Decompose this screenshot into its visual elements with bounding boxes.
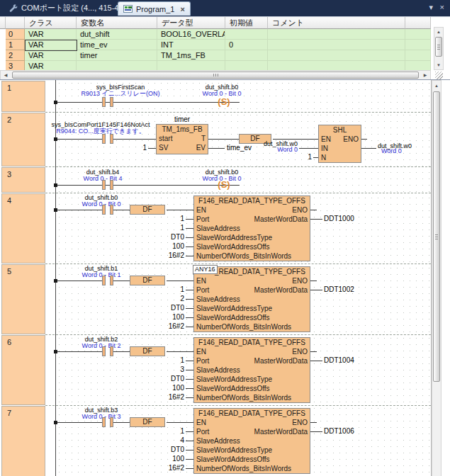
slaveaddress-value[interactable]: 2 xyxy=(142,295,184,302)
cell-name[interactable]: time_ev xyxy=(77,40,157,50)
output-variable[interactable]: DDT1006 xyxy=(324,427,354,435)
table-horizontal-scrollbar[interactable]: ◀ ▶ xyxy=(0,70,431,80)
table-vscroll-thumb[interactable] xyxy=(435,37,442,57)
port-value[interactable]: 1 xyxy=(142,285,184,293)
f146-block[interactable]: F146_READ_DATA_TYPE_OFFS ENENO PortMaste… xyxy=(193,266,310,332)
fb-instance-name[interactable]: timer xyxy=(174,116,190,123)
cell-comment[interactable] xyxy=(268,50,405,61)
shl-block[interactable]: SHL ENENO IN N xyxy=(318,125,361,163)
addressoffs-value[interactable]: 100 xyxy=(142,455,184,463)
cell-type[interactable]: TM_1ms_FB xyxy=(157,50,225,61)
port-value[interactable]: 1 xyxy=(142,215,184,222)
addresstype-value[interactable]: DT0 xyxy=(142,375,184,382)
cell-class[interactable]: VAR xyxy=(25,50,77,61)
pin-en: EN xyxy=(321,135,331,144)
contact-dut-shift-b0[interactable] xyxy=(102,205,113,215)
row-number[interactable]: 0 xyxy=(6,29,25,40)
cell-init[interactable] xyxy=(225,61,268,70)
pane-close-icon[interactable]: × xyxy=(440,2,444,12)
tab-program-1[interactable]: Program_1 × xyxy=(118,1,191,16)
resize-grip[interactable] xyxy=(435,72,443,79)
numwords-value[interactable]: 16#2 xyxy=(142,464,184,472)
contact-dut-shift-b2[interactable] xyxy=(102,346,113,356)
n-input-value[interactable]: 1 xyxy=(283,153,312,161)
slaveaddress-value[interactable]: 4 xyxy=(142,436,184,444)
cell-name[interactable]: dut_shift xyxy=(77,29,157,40)
contact-dut-shift-b1[interactable] xyxy=(102,276,113,285)
addresstype-value[interactable]: DT0 xyxy=(142,446,184,453)
contact-address: Word 0 - Bit 2 xyxy=(82,343,121,349)
f146-block[interactable]: F146_READ_DATA_TYPE_OFFS ENENO PortMaste… xyxy=(193,196,310,261)
addressoffs-value[interactable]: 100 xyxy=(142,242,184,250)
row-number[interactable]: 3 xyxy=(6,61,25,70)
row-number[interactable]: 1 xyxy=(6,40,25,50)
scroll-right-icon[interactable]: ▶ xyxy=(421,71,429,79)
cell-init[interactable]: 0 xyxy=(225,40,268,50)
addresstype-value[interactable]: DT0 xyxy=(142,233,184,241)
contact-dut-shift-b4[interactable] xyxy=(102,180,113,190)
ladder-vscroll-thumb[interactable] xyxy=(433,91,440,382)
column-header-name[interactable]: 変数名 xyxy=(77,17,157,29)
slaveaddress-value[interactable]: 3 xyxy=(142,366,184,373)
cell-type[interactable] xyxy=(157,61,225,70)
numwords-value[interactable]: 16#2 xyxy=(142,322,184,330)
cell-extra xyxy=(405,40,431,50)
f146-block[interactable]: F146_READ_DATA_TYPE_OFFS ENENO PortMaste… xyxy=(193,408,310,474)
output-variable[interactable]: DDT1004 xyxy=(324,356,354,364)
set-coil[interactable]: (S) xyxy=(218,180,230,190)
table-hscroll-thumb[interactable] xyxy=(12,72,419,79)
cell-init[interactable] xyxy=(225,29,268,40)
df-instruction[interactable]: DF xyxy=(130,417,165,427)
df-instruction[interactable]: DF xyxy=(130,346,165,356)
cell-name[interactable] xyxy=(77,61,157,70)
cell-class[interactable]: VAR xyxy=(25,29,77,40)
port-value[interactable]: 1 xyxy=(142,427,184,435)
scroll-left-icon[interactable]: ◀ xyxy=(1,71,10,79)
pin-t: T xyxy=(201,134,206,143)
scroll-up-icon[interactable]: ▲ xyxy=(432,81,441,90)
contact-dut-shift-b3[interactable] xyxy=(102,417,113,427)
addressoffs-value[interactable]: 100 xyxy=(142,384,184,392)
output-variable[interactable]: DDT1002 xyxy=(324,285,354,293)
slaveaddress-value[interactable]: 1 xyxy=(142,224,184,232)
set-coil[interactable]: (S) xyxy=(218,97,230,107)
cell-comment[interactable] xyxy=(268,29,405,40)
column-header-class[interactable]: クラス xyxy=(25,17,77,29)
wire xyxy=(167,210,193,210)
sv-input-value[interactable]: 1 xyxy=(113,144,147,152)
contact-sys-bisfirstscan[interactable] xyxy=(102,97,113,107)
tab-com-label: COMポート設定 (4..., 415-417) xyxy=(21,3,130,13)
ladder-vertical-scrollbar[interactable]: ▲ xyxy=(432,80,441,476)
f146-block[interactable]: F146_READ_DATA_TYPE_OFFS ENENO PortMaste… xyxy=(193,337,310,403)
timer-block[interactable]: TM_1ms_FB startT SVEV xyxy=(156,124,208,154)
cell-comment[interactable] xyxy=(268,61,405,70)
addressoffs-value[interactable]: 100 xyxy=(142,313,184,321)
cell-name[interactable]: timer xyxy=(77,50,157,61)
pane-dropdown-icon[interactable]: ▾ xyxy=(429,2,433,12)
column-header-comment[interactable]: コメント xyxy=(268,17,405,29)
contact-sys-comport[interactable] xyxy=(102,134,113,144)
scroll-up-icon[interactable]: ▲ xyxy=(434,28,443,36)
cell-type[interactable]: BOOL16_OVERLA... xyxy=(157,29,225,40)
pin-numberofwords: NumberOfWords_BitsInWords xyxy=(196,393,291,402)
row-number[interactable]: 2 xyxy=(6,50,25,61)
table-vertical-scrollbar[interactable]: ▲ ▼ xyxy=(434,27,444,70)
tab-close-icon[interactable]: × xyxy=(180,5,184,13)
scroll-down-icon[interactable]: ▼ xyxy=(434,61,443,69)
port-value[interactable]: 1 xyxy=(142,356,184,364)
df-instruction[interactable]: DF xyxy=(130,276,165,285)
cell-class[interactable]: VAR xyxy=(25,61,77,70)
wire xyxy=(55,102,240,103)
numwords-value[interactable]: 16#2 xyxy=(142,393,184,401)
numwords-value[interactable]: 16#2 xyxy=(142,251,184,259)
output-variable[interactable]: DDT1000 xyxy=(324,215,354,222)
addresstype-value[interactable]: DT0 xyxy=(142,304,184,312)
cell-init[interactable] xyxy=(225,50,268,61)
cell-comment[interactable] xyxy=(268,40,405,50)
column-header-init[interactable]: 初期値 xyxy=(225,17,268,29)
pin-eno: ENO xyxy=(292,418,308,427)
tab-com-port-settings[interactable]: COMポート設定 (4..., 415-417) xyxy=(3,0,135,16)
df-instruction[interactable]: DF xyxy=(130,205,165,215)
cell-type[interactable]: INT xyxy=(157,40,225,50)
column-header-type[interactable]: データ型 xyxy=(157,17,225,29)
